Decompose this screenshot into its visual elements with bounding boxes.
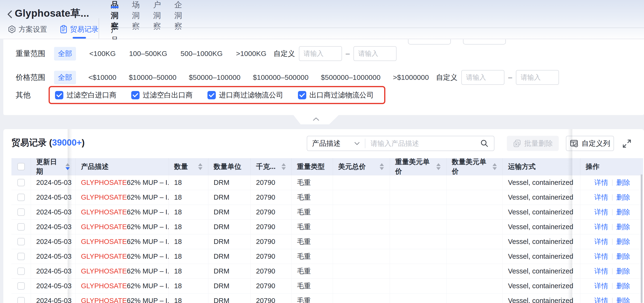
filter-option[interactable]: 全部: [54, 47, 76, 60]
delete-link[interactable]: 删除: [616, 237, 630, 246]
sort-icon[interactable]: [196, 163, 202, 170]
row-checkbox[interactable]: [18, 297, 25, 303]
filter-option[interactable]: $50000–100000: [189, 73, 240, 82]
filter-option[interactable]: >1000KG: [236, 50, 266, 58]
row-checkbox[interactable]: [18, 208, 25, 216]
batch-delete-button[interactable]: 批量删除: [507, 136, 559, 151]
filter-option[interactable]: 500–1000KG: [180, 50, 223, 58]
column-header[interactable]: 美元总价: [333, 158, 390, 175]
cell-actions: 详情删除: [580, 279, 643, 293]
sort-icon[interactable]: [63, 163, 70, 170]
filter-option[interactable]: $500000–1000000: [321, 73, 380, 82]
cell-weight-type: 毛重: [292, 264, 333, 278]
filter-option[interactable]: <$10000: [88, 73, 116, 82]
sort-desc-caret: [436, 167, 440, 170]
row-checkbox[interactable]: [18, 268, 25, 275]
table-row: 2024-05-03GLYPHOSATE 62% MUP – I...18DRM…: [12, 205, 643, 220]
product-keyword-highlight: GLYPHOSATE: [81, 297, 127, 303]
main-tab[interactable]: 竞企洞察: [174, 0, 182, 32]
collapse-panel-tab[interactable]: [294, 115, 339, 124]
checkbox-checked-icon[interactable]: [208, 91, 216, 99]
filter-option[interactable]: $10000–50000: [129, 73, 176, 82]
detail-link[interactable]: 详情: [594, 296, 608, 303]
detail-link[interactable]: 详情: [594, 193, 608, 202]
filter-checkbox-group[interactable]: 过滤空白出口商: [131, 90, 193, 100]
truncated-control[interactable]: [408, 39, 451, 44]
sort-icon[interactable]: [279, 163, 286, 170]
vertical-scrollbar[interactable]: [641, 174, 642, 303]
weight-max-input[interactable]: [354, 46, 396, 61]
delete-link[interactable]: 删除: [616, 252, 630, 261]
checkbox-checked-icon[interactable]: [55, 91, 63, 99]
column-header[interactable]: 重量类型: [292, 158, 333, 175]
delete-link[interactable]: 删除: [616, 222, 630, 232]
delete-link[interactable]: 删除: [616, 296, 630, 303]
delete-link[interactable]: 删除: [616, 208, 630, 217]
main-tab[interactable]: 客户洞察: [153, 0, 161, 32]
sort-icon[interactable]: [490, 163, 497, 170]
column-header[interactable]: 更新日期: [31, 158, 76, 175]
filter-checkbox-group[interactable]: 进口商过滤物流公司: [208, 90, 283, 100]
price-custom-label[interactable]: 自定义: [436, 73, 458, 82]
detail-link[interactable]: 详情: [594, 208, 608, 217]
row-checkbox[interactable]: [18, 282, 25, 290]
row-checkbox[interactable]: [18, 179, 25, 186]
column-header[interactable]: 数量单位: [208, 158, 251, 175]
weight-min-input[interactable]: [299, 46, 342, 61]
fullscreen-expand-icon[interactable]: [622, 139, 632, 149]
detail-link[interactable]: 详情: [594, 252, 608, 261]
cell-usd-price-per-weight: [390, 249, 446, 264]
subtab-scheme-settings[interactable]: 方案设置: [8, 24, 47, 34]
column-header[interactable]: 产品描述: [76, 158, 169, 175]
row-checkbox[interactable]: [18, 194, 25, 201]
column-header[interactable]: 运输方式: [503, 158, 580, 175]
search-icon[interactable]: [480, 139, 494, 148]
select-all-checkbox[interactable]: [18, 163, 25, 170]
checkbox-checked-icon[interactable]: [131, 91, 140, 99]
row-checkbox-cell: [12, 279, 31, 293]
filter-checkbox-group[interactable]: 出口商过滤物流公司: [298, 90, 374, 100]
row-checkbox[interactable]: [18, 238, 25, 245]
filter-option[interactable]: >$1000000: [393, 73, 429, 82]
search-field-select[interactable]: 产品描述: [307, 139, 365, 148]
filter-option[interactable]: 100–500KG: [129, 50, 167, 58]
detail-link[interactable]: 详情: [594, 281, 608, 291]
detail-link[interactable]: 详情: [594, 237, 608, 246]
delete-link[interactable]: 删除: [616, 266, 630, 276]
detail-link[interactable]: 详情: [594, 178, 608, 188]
cell-kilograms: 20790: [251, 175, 292, 190]
main-tabs: 产品洞察市场洞察客户洞察竞企洞察: [111, 5, 182, 16]
delete-link[interactable]: 删除: [616, 281, 630, 291]
column-header[interactable]: 数量美元单价: [446, 158, 503, 175]
column-header[interactable]: 操作: [580, 158, 643, 175]
chevron-down-icon: [354, 142, 360, 145]
checkbox-checked-icon[interactable]: [298, 91, 306, 99]
page-title: Glyphosate草...: [15, 7, 89, 20]
subtab-trade-records[interactable]: 贸易记录: [60, 24, 98, 34]
cell-usd-price-per-weight: [390, 279, 446, 293]
cell-kilograms: 20790: [251, 294, 292, 303]
filter-option[interactable]: 全部: [54, 71, 76, 84]
column-header[interactable]: 数量: [169, 158, 208, 175]
row-checkbox[interactable]: [18, 253, 25, 260]
custom-columns-button[interactable]: 自定义列: [566, 136, 614, 151]
filter-checkbox-group[interactable]: 过滤空白进口商: [55, 90, 116, 100]
filter-option[interactable]: <100KG: [89, 50, 116, 58]
detail-link[interactable]: 详情: [594, 266, 608, 276]
sort-icon[interactable]: [377, 163, 384, 170]
filter-option[interactable]: $100000–500000: [253, 73, 309, 82]
sort-icon[interactable]: [434, 163, 440, 170]
detail-link[interactable]: 详情: [594, 222, 608, 232]
price-min-input[interactable]: [461, 70, 504, 85]
column-header[interactable]: 重量美元单价: [390, 158, 446, 175]
price-max-input[interactable]: [516, 70, 559, 85]
main-tab[interactable]: 市场洞察: [132, 0, 140, 32]
weight-custom-label[interactable]: 自定义: [274, 49, 295, 58]
truncated-control[interactable]: [463, 39, 506, 44]
column-header[interactable]: 千克...: [251, 158, 292, 175]
delete-link[interactable]: 删除: [616, 193, 630, 202]
row-checkbox[interactable]: [18, 223, 25, 230]
search-input[interactable]: [365, 140, 480, 148]
back-chevron-icon[interactable]: [7, 10, 13, 19]
delete-link[interactable]: 删除: [616, 178, 630, 188]
